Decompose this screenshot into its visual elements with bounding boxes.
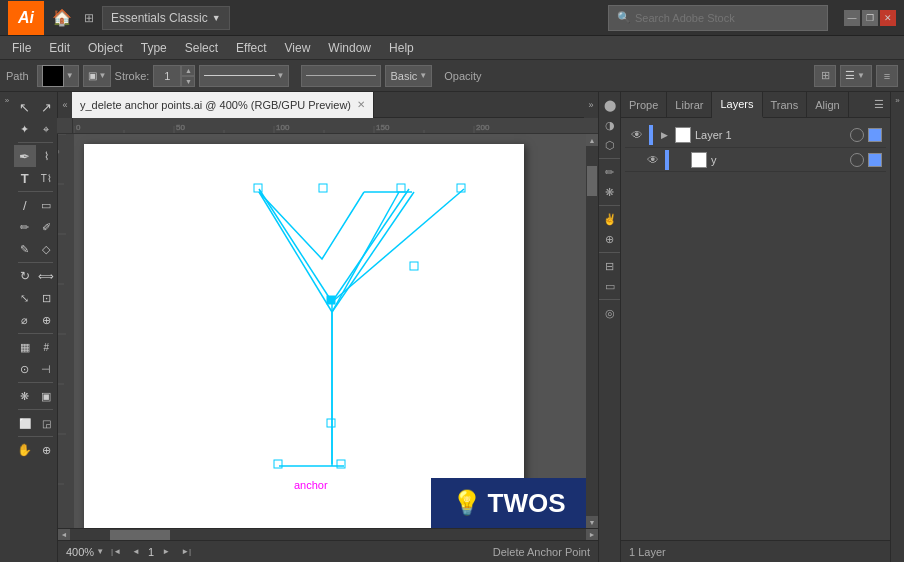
mini-gradient-btn[interactable]: ◑ [601,116,619,134]
gradient-tool[interactable]: ▦ [14,336,36,358]
layer-row-y[interactable]: 👁 y [625,148,886,172]
stroke-down[interactable]: ▼ [181,76,195,87]
tab-close-btn[interactable]: ✕ [357,99,365,110]
layer-y-target[interactable] [850,153,864,167]
scroll-left-btn[interactable]: ◄ [58,529,70,541]
menu-select[interactable]: Select [177,39,226,57]
right-collapse[interactable]: » [890,92,904,562]
layer-y-select[interactable] [868,153,882,167]
zoom-tool[interactable]: ⊕ [36,439,58,461]
menu-edit[interactable]: Edit [41,39,78,57]
home-icon[interactable]: 🏠 [52,8,72,27]
menu-type[interactable]: Type [133,39,175,57]
layer-row-1[interactable]: 👁 ▶ Layer 1 [625,122,886,148]
panel-tab-transform[interactable]: Trans [763,92,808,118]
scroll-right-btn[interactable]: ► [586,529,598,541]
type-tool[interactable]: T [14,167,36,189]
blob-brush-tool[interactable]: ✐ [36,216,58,238]
warp-tool[interactable]: ⌀ [14,309,36,331]
stroke-up[interactable]: ▲ [181,65,195,76]
curvature-tool[interactable]: ⌇ [36,145,58,167]
mini-puppet-btn[interactable]: ✌ [601,210,619,228]
rect-tool[interactable]: ▭ [36,194,58,216]
active-tab[interactable]: y_delete anchor points.ai @ 400% (RGB/GP… [72,92,374,118]
workspace-selector[interactable]: Essentials Classic ▼ [102,6,230,30]
artboard-tool[interactable]: ⬜ [14,412,36,434]
panel-tab-layers[interactable]: Layers [712,92,762,118]
magic-wand-tool[interactable]: ✦ [14,118,36,140]
symbol-tool[interactable]: ❋ [14,385,36,407]
eyedropper-tool[interactable]: ⊙ [14,358,36,380]
mini-opacity-btn[interactable]: ◎ [601,304,619,322]
hand-tool[interactable]: ✋ [14,439,36,461]
mesh-tool[interactable]: # [36,336,58,358]
line-tool[interactable]: / [14,194,36,216]
nav-prev[interactable]: ◄ [128,544,144,560]
fill-style-dropdown[interactable]: ▣ ▼ [83,65,111,87]
layer-1-visibility[interactable]: 👁 [629,127,645,143]
layer-1-expand[interactable]: ▶ [657,128,671,142]
mini-pattern-btn[interactable]: ⬡ [601,136,619,154]
scroll-down-btn[interactable]: ▼ [586,516,598,528]
menu-window[interactable]: Window [320,39,379,57]
panel-more-btn[interactable]: ≡ [876,65,898,87]
type-touch-tool[interactable]: T⌇ [36,167,58,189]
measure-tool[interactable]: ⊣ [36,358,58,380]
panel-tab-align[interactable]: Align [807,92,848,118]
layer-1-target[interactable] [850,128,864,142]
nav-first[interactable]: |◄ [108,544,124,560]
vertical-scrollbar[interactable]: ▲ ▼ [586,134,598,528]
stroke-spinners[interactable]: ▲ ▼ [181,65,195,87]
layer-1-select[interactable] [868,128,882,142]
mini-rect2-btn[interactable]: ▭ [601,277,619,295]
fill-color-swatch[interactable]: ▼ [37,65,79,87]
paintbrush-tool[interactable]: ✏ [14,216,36,238]
minimize-button[interactable]: — [844,10,860,26]
tab-collapse-right[interactable]: » [584,92,598,118]
zoom-arrow[interactable]: ▼ [96,547,104,556]
scroll-up-btn[interactable]: ▲ [586,134,598,146]
scroll-track[interactable] [586,146,598,516]
left-collapse[interactable]: » [0,92,14,562]
mini-link-btn[interactable]: ⊕ [601,230,619,248]
horizontal-scrollbar[interactable]: ◄ ► [58,528,598,540]
mini-sym-btn[interactable]: ❋ [601,183,619,201]
panel-tab-libraries[interactable]: Librar [667,92,712,118]
menu-view[interactable]: View [277,39,319,57]
shaper-tool[interactable]: ◇ [36,238,58,260]
menu-help[interactable]: Help [381,39,422,57]
mini-grid-btn[interactable]: ⊟ [601,257,619,275]
hscroll-thumb[interactable] [110,530,170,540]
reflect-tool[interactable]: ⟺ [36,265,58,287]
scale-tool[interactable]: ⤡ [14,287,36,309]
shear-tool[interactable]: ⊡ [36,287,58,309]
menu-file[interactable]: File [4,39,39,57]
nav-next[interactable]: ► [158,544,174,560]
lasso-tool[interactable]: ⌖ [36,118,58,140]
panel-options-dropdown[interactable]: ☰ ▼ [840,65,872,87]
basic-dropdown[interactable]: Basic ▼ [385,65,432,87]
search-bar[interactable]: 🔍 [608,5,828,31]
pen-tool[interactable]: ✒ [14,145,36,167]
selection-tool[interactable]: ↖ [14,96,36,118]
panel-menu-icon[interactable]: ☰ [874,98,884,111]
close-button[interactable]: ✕ [880,10,896,26]
direct-selection-tool[interactable]: ↗ [36,96,58,118]
panel-tab-properties[interactable]: Prope [621,92,667,118]
pencil-tool[interactable]: ✎ [14,238,36,260]
arrange-view-btn[interactable]: ⊞ [814,65,836,87]
tab-collapse-left[interactable]: « [58,92,72,118]
canvas-scroll[interactable]: anchor ▲ ▼ 💡 TWO [74,134,598,528]
search-input[interactable] [635,12,810,24]
column-chart-tool[interactable]: ▣ [36,385,58,407]
stroke-type-dropdown[interactable]: ▼ [199,65,289,87]
mini-brush-btn[interactable]: ✏ [601,163,619,181]
line-style-preview[interactable] [301,65,381,87]
width-tool[interactable]: ⊕ [36,309,58,331]
mini-color-btn[interactable]: ⬤ [601,96,619,114]
scroll-thumb[interactable] [587,166,597,196]
menu-effect[interactable]: Effect [228,39,274,57]
rotate-tool[interactable]: ↻ [14,265,36,287]
slice-tool[interactable]: ◲ [36,412,58,434]
menu-object[interactable]: Object [80,39,131,57]
